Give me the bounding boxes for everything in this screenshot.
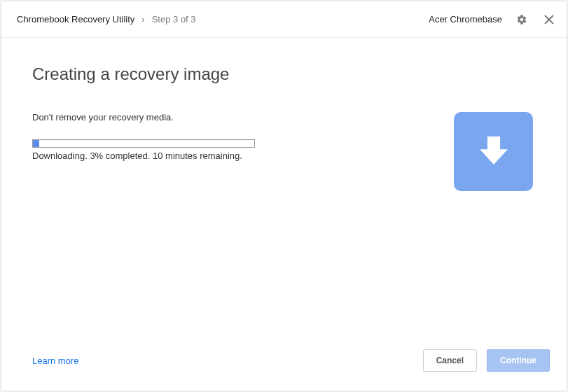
cancel-button[interactable]: Cancel [423, 349, 477, 372]
header-bar: Chromebook Recovery Utility › Step 3 of … [1, 1, 567, 38]
step-indicator: Step 3 of 3 [152, 14, 196, 24]
content-area: Creating a recovery image Don't remove y… [1, 38, 567, 347]
breadcrumb: Chromebook Recovery Utility › Step 3 of … [17, 14, 429, 24]
footer-bar: Learn more Cancel Continue [1, 347, 567, 391]
progress-fill [33, 140, 39, 147]
progress-bar [32, 139, 255, 148]
device-name: Acer Chromebase [429, 14, 502, 24]
close-icon[interactable] [544, 15, 554, 24]
app-window: Chromebook Recovery Utility › Step 3 of … [1, 1, 567, 391]
download-tile [454, 112, 533, 191]
page-title: Creating a recovery image [32, 64, 533, 84]
app-name: Chromebook Recovery Utility [17, 14, 134, 24]
learn-more-link[interactable]: Learn more [32, 356, 78, 366]
breadcrumb-separator-icon: › [141, 14, 144, 24]
download-arrow-icon [473, 130, 514, 174]
gear-icon[interactable] [516, 14, 527, 25]
continue-button[interactable]: Continue [487, 349, 550, 372]
